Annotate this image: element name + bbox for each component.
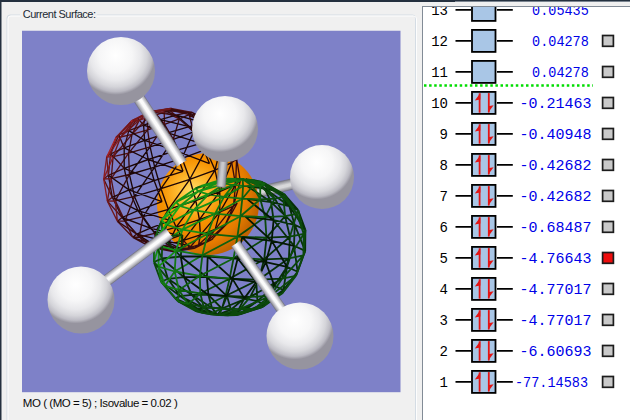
- svg-text:7: 7: [440, 189, 448, 205]
- svg-text:-0.21463: -0.21463: [519, 96, 591, 112]
- svg-text:5: 5: [440, 251, 448, 267]
- svg-text:1: 1: [440, 375, 448, 391]
- svg-text:-0.40948: -0.40948: [519, 127, 591, 143]
- svg-text:2: 2: [440, 344, 448, 360]
- svg-text:11: 11: [431, 65, 448, 81]
- svg-text:4: 4: [440, 282, 448, 298]
- svg-text:-0.68487: -0.68487: [519, 220, 591, 236]
- svg-text:-77.14583: -77.14583: [515, 375, 588, 391]
- svg-text:12: 12: [431, 34, 448, 50]
- svg-text:-6.60693: -6.60693: [519, 344, 591, 360]
- svg-text:Current Surface:: Current Surface:: [23, 8, 96, 20]
- svg-text:-4.76643: -4.76643: [519, 251, 591, 267]
- svg-text:6: 6: [440, 220, 448, 236]
- svg-text:9: 9: [440, 127, 448, 143]
- svg-text:10: 10: [431, 96, 448, 112]
- svg-text:0.04278: 0.04278: [532, 34, 589, 50]
- svg-text:-0.42682: -0.42682: [519, 158, 591, 174]
- svg-text:-4.77017: -4.77017: [519, 313, 591, 329]
- svg-text:MO ( (MO = 5) ; Isovalue = 0.0: MO ( (MO = 5) ; Isovalue = 0.02 ): [23, 397, 178, 409]
- svg-text:-4.77017: -4.77017: [519, 282, 591, 298]
- svg-text:0.04278: 0.04278: [532, 65, 589, 81]
- svg-text:-0.42682: -0.42682: [519, 189, 591, 205]
- svg-text:8: 8: [440, 158, 448, 174]
- svg-text:3: 3: [440, 313, 448, 329]
